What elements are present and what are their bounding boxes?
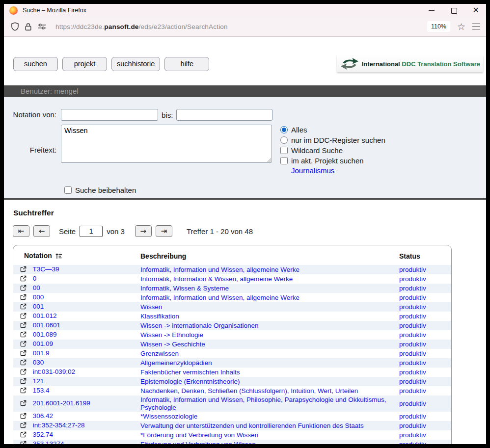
- status-link[interactable]: produktiv: [399, 294, 426, 301]
- option-wildcard-suche[interactable]: Wildcard Suche: [280, 145, 486, 155]
- external-link-icon[interactable]: [20, 387, 27, 395]
- external-link-icon[interactable]: [20, 441, 27, 445]
- notation-link[interactable]: 352.74: [33, 431, 53, 438]
- page-number-input[interactable]: [80, 226, 103, 237]
- checkbox-input[interactable]: [280, 147, 288, 154]
- description-link[interactable]: Wissen -> internationale Organisationen: [140, 322, 259, 329]
- external-link-icon[interactable]: [20, 341, 27, 349]
- notation-link[interactable]: int:031-039;02: [33, 368, 75, 375]
- notation-link[interactable]: 001.089: [33, 331, 57, 338]
- status-link[interactable]: produktiv: [399, 431, 426, 439]
- description-link[interactable]: Informatik, Information & Wissen, allgem…: [140, 275, 293, 283]
- description-link[interactable]: Wissen: [140, 303, 162, 311]
- notation-link[interactable]: 153.4: [33, 387, 50, 394]
- description-link[interactable]: Faktenbücher vermischten Inhalts: [140, 369, 240, 376]
- description-link[interactable]: Wissen -> Ethnologie: [140, 331, 203, 339]
- notation-link[interactable]: 306.42: [33, 412, 53, 420]
- status-link[interactable]: produktiv: [399, 400, 426, 407]
- option-im-akt-projekt-suchen[interactable]: im akt. Projekt suchen: [280, 156, 486, 165]
- minimize-button[interactable]: [429, 7, 435, 13]
- external-link-icon[interactable]: [20, 266, 27, 274]
- description-link[interactable]: Nachdenken, Denken, Schließen (Schlussfo…: [140, 387, 358, 395]
- notation-link[interactable]: 001.0601: [33, 321, 60, 329]
- notation-link[interactable]: 201.6001-201.6199: [33, 399, 90, 407]
- notation-link[interactable]: 0: [33, 275, 37, 282]
- description-link[interactable]: Verwaltung der unterstützenden und kontr…: [140, 422, 364, 429]
- description-link[interactable]: Informatik, Information und Wissen, Phil…: [140, 396, 386, 411]
- menu-icon[interactable]: [472, 24, 480, 29]
- status-link[interactable]: produktiv: [399, 322, 426, 329]
- status-link[interactable]: produktiv: [399, 422, 426, 429]
- notation-link[interactable]: int:352-354;27-28: [33, 422, 85, 429]
- status-link[interactable]: produktiv: [399, 285, 426, 292]
- external-link-icon[interactable]: [20, 275, 27, 284]
- zoom-level-badge[interactable]: 110%: [427, 21, 450, 32]
- status-link[interactable]: produktiv: [399, 266, 426, 273]
- description-link[interactable]: Informatik, Wissen & Systeme: [140, 285, 229, 292]
- description-link[interactable]: Informatik, Information und Wissen, allg…: [140, 266, 299, 273]
- notation-von-input[interactable]: [61, 109, 158, 121]
- toolbar-button-hilfe[interactable]: hilfe: [164, 57, 209, 71]
- status-link[interactable]: produktiv: [399, 378, 426, 385]
- external-link-icon[interactable]: [20, 350, 27, 358]
- notation-link[interactable]: 001.09: [33, 340, 53, 347]
- status-link[interactable]: produktiv: [399, 359, 426, 367]
- description-link[interactable]: Epistemologie (Erkenntnistheorie): [140, 378, 240, 385]
- notation-link[interactable]: 001.012: [33, 312, 57, 319]
- notation-link[interactable]: 001.9: [33, 349, 50, 357]
- status-link[interactable]: produktiv: [399, 313, 426, 320]
- freitext-textarea[interactable]: Wissen: [61, 125, 272, 163]
- column-header-status[interactable]: Status: [399, 248, 452, 265]
- maximize-button[interactable]: [451, 7, 457, 13]
- checkbox-input[interactable]: [280, 157, 288, 164]
- external-link-icon[interactable]: [20, 285, 27, 293]
- external-link-icon[interactable]: [20, 413, 27, 421]
- notation-link[interactable]: 001: [33, 303, 44, 310]
- external-link-icon[interactable]: [20, 294, 27, 302]
- bookmark-star-icon[interactable]: ☆: [457, 22, 465, 31]
- external-link-icon[interactable]: [20, 359, 27, 368]
- external-link-icon[interactable]: [20, 331, 27, 340]
- notation-link[interactable]: 121: [33, 377, 44, 385]
- close-button[interactable]: ✕: [473, 7, 479, 13]
- shield-icon[interactable]: [11, 22, 19, 31]
- description-link[interactable]: *Förderung und Verbreitung von Wissen: [140, 431, 258, 439]
- external-link-icon[interactable]: [20, 369, 27, 377]
- description-link[interactable]: Grenzwissen: [140, 350, 179, 357]
- first-page-button[interactable]: ⇤: [13, 225, 29, 237]
- external-link-icon[interactable]: [20, 400, 27, 408]
- radio-input[interactable]: [280, 126, 288, 133]
- lock-icon[interactable]: [25, 23, 32, 31]
- notation-bis-input[interactable]: [176, 109, 272, 121]
- description-link[interactable]: Wissen -> Geschichte: [140, 341, 205, 348]
- description-link[interactable]: *Wissenssoziologie: [140, 413, 197, 420]
- toolbar-button-projekt[interactable]: projekt: [62, 57, 107, 71]
- status-link[interactable]: produktiv: [399, 275, 426, 283]
- external-link-icon[interactable]: [20, 303, 27, 312]
- description-link[interactable]: Informatik, Information und Wissen, allg…: [140, 294, 299, 301]
- status-link[interactable]: produktiv: [399, 413, 426, 420]
- status-link[interactable]: produktiv: [399, 303, 426, 311]
- keep-search-checkbox[interactable]: [64, 186, 72, 194]
- external-link-icon[interactable]: [20, 431, 27, 440]
- status-link[interactable]: produktiv: [399, 441, 426, 445]
- option-alles[interactable]: Alles: [280, 125, 486, 134]
- option-nur-im-ddc-register-suchen[interactable]: nur im DDC-Register suchen: [280, 135, 486, 145]
- radio-input[interactable]: [280, 136, 288, 144]
- notation-link[interactable]: 030: [33, 359, 44, 366]
- description-link[interactable]: Allgemeinenzyklopädien: [140, 359, 212, 367]
- permissions-icon[interactable]: [37, 23, 46, 30]
- next-page-button[interactable]: →: [135, 225, 152, 237]
- toolbar-button-suchen[interactable]: suchen: [13, 57, 58, 71]
- notation-link[interactable]: T3C—39: [33, 265, 59, 273]
- notation-link[interactable]: 00: [33, 284, 40, 291]
- status-link[interactable]: produktiv: [399, 369, 426, 376]
- external-link-icon[interactable]: [20, 378, 27, 386]
- column-header-notation[interactable]: Notation: [13, 248, 140, 265]
- description-link[interactable]: Klassifikation: [140, 313, 179, 320]
- notation-link[interactable]: 000: [33, 293, 44, 301]
- external-link-icon[interactable]: [20, 422, 27, 430]
- status-link[interactable]: produktiv: [399, 387, 426, 395]
- external-link-icon[interactable]: [20, 313, 27, 321]
- status-link[interactable]: produktiv: [399, 350, 426, 357]
